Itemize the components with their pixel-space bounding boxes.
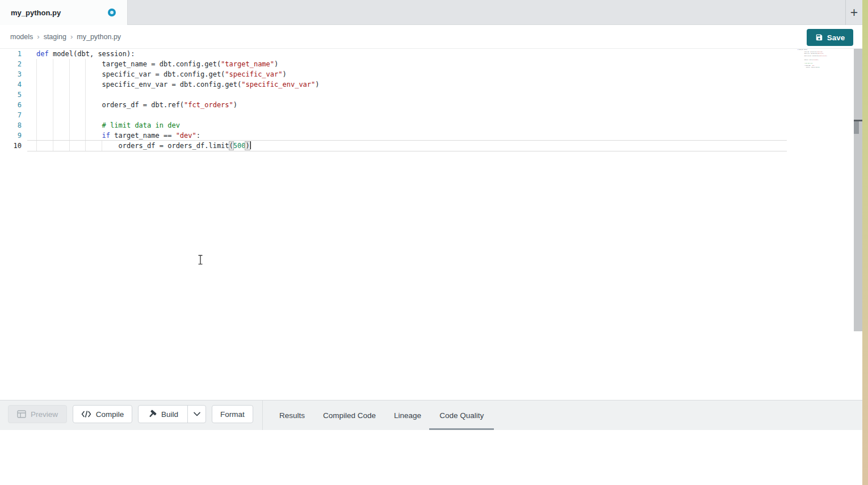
code-line[interactable]: 6 orders_df = dbt.ref("fct_orders") [0,100,854,110]
tab-compiled-code[interactable]: Compiled Code [315,400,384,431]
line-number: 2 [0,59,27,69]
save-button[interactable]: Save [807,29,853,46]
breadcrumb-separator-icon: › [70,32,73,41]
code-line[interactable]: 7 [0,110,854,120]
build-button-group: Build [138,405,206,423]
code-line[interactable]: 9 if target_name == "dev": [0,130,854,141]
indent-guide [53,59,53,151]
tab-results[interactable]: Results [271,400,313,431]
save-label: Save [827,33,845,42]
breadcrumb-bar: models › staging › my_python.py Save [0,25,862,49]
chevron-down-icon [193,412,201,416]
table-grid-icon [17,410,26,418]
line-number: 3 [0,69,27,79]
indent-guide [85,59,86,151]
line-number: 4 [0,79,27,90]
tab-strip: my_python.py + [0,0,862,25]
code-line[interactable]: 2 target_name = dbt.config.get("target_n… [0,59,854,69]
line-number: 9 [0,130,27,141]
minimap-content: def model(dbt, session): target_name = d… [796,49,850,68]
results-panel [0,430,862,485]
mouse-ibeam-cursor [197,255,204,265]
code-line[interactable]: 4 specific_env_var = dbt.config.get("spe… [0,79,854,90]
breadcrumb-models[interactable]: models [10,33,33,41]
line-number: 6 [0,100,27,110]
code-brackets-icon [81,411,91,417]
tab-code-quality[interactable]: Code Quality [431,400,492,431]
code-editor[interactable]: 1def model(dbt, session):2 target_name =… [0,49,854,400]
preview-label: Preview [31,410,58,419]
indent-guide [102,141,102,151]
tab-lineage[interactable]: Lineage [386,400,429,431]
line-number: 8 [0,120,27,130]
line-number: 10 [0,141,27,151]
format-button[interactable]: Format [212,405,253,423]
compile-label: Compile [96,410,124,419]
tab-title: my_python.py [11,9,61,17]
tab-my-python[interactable]: my_python.py [0,0,128,25]
compile-button[interactable]: Compile [73,405,132,423]
indent-guide [69,59,70,151]
preview-button[interactable]: Preview [8,405,67,423]
code-line: orders_df = orders_df.limit(500) [796,66,850,68]
panel-tabs: Results Compiled Code Lineage Code Quali… [271,400,492,431]
build-button[interactable]: Build [139,406,187,423]
line-number: 5 [0,90,27,100]
breadcrumb-staging[interactable]: staging [44,33,66,41]
code-lines: 1def model(dbt, session):2 target_name =… [0,49,854,151]
line-number: 1 [0,49,27,59]
breadcrumb-separator-icon: › [37,32,39,41]
line-number: 7 [0,110,27,120]
code-line[interactable]: 3 specific_var = dbt.config.get("specifi… [0,69,854,79]
floppy-icon [815,33,823,41]
build-label: Build [161,410,178,419]
toolbar-divider [262,400,263,431]
hammer-icon [148,410,157,419]
new-tab-button[interactable]: + [845,0,862,25]
editor-scrollbar[interactable] [854,49,863,331]
text-caret [250,141,251,149]
code-line[interactable]: 10 orders_df = orders_df.limit(500) [0,141,854,151]
breadcrumb-file[interactable]: my_python.py [77,33,121,41]
build-options-button[interactable] [187,406,206,423]
indent-guide [36,59,37,151]
window-edge-strip [862,0,868,485]
modified-indicator-icon [108,9,116,16]
code-line[interactable]: 8 # limit data in dev [0,120,854,130]
code-line[interactable]: 5 [0,90,854,100]
format-label: Format [220,410,245,419]
code-line[interactable]: 1def model(dbt, session): [0,49,854,59]
bottom-toolbar: Preview Compile Build [0,400,862,430]
scrollbar-thumb[interactable] [854,121,859,134]
minimap[interactable]: def model(dbt, session): target_name = d… [796,49,851,71]
plus-icon: + [850,6,858,19]
